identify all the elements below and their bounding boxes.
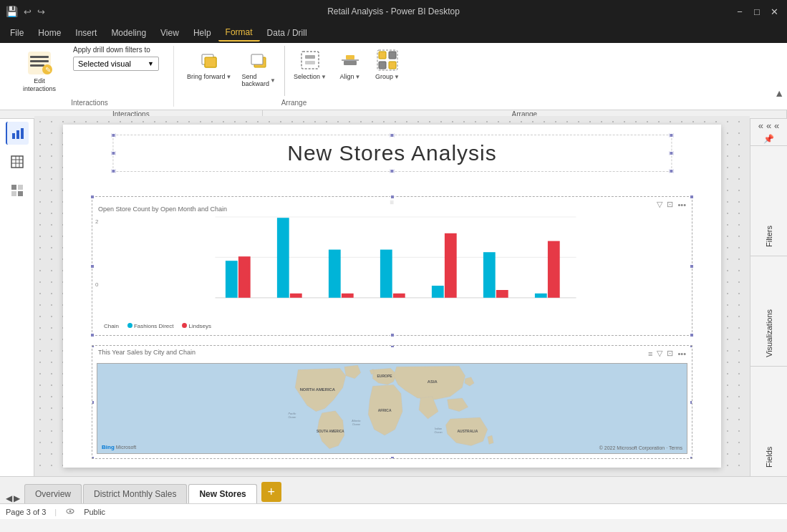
map-resize-tm[interactable]	[390, 345, 395, 348]
canvas-area[interactable]: New Stores Analysis ▽ ⊡ •••	[34, 116, 750, 476]
drag-handle[interactable]: ≡	[390, 198, 395, 206]
menu-insert[interactable]: Insert	[68, 25, 104, 41]
sidebar-bar-chart-icon[interactable]	[6, 122, 29, 145]
svg-rect-45	[432, 286, 444, 298]
map-resize-ml[interactable]	[92, 400, 95, 405]
menu-help[interactable]: Help	[186, 25, 218, 41]
svg-rect-22	[12, 133, 15, 139]
map-resize-bl[interactable]	[92, 456, 95, 459]
selection-icon	[299, 49, 322, 72]
minimize-button[interactable]: −	[733, 4, 747, 19]
bar-chart-visual[interactable]: ▽ ⊡ ••• ≡ Open Store Count by Open Month…	[92, 196, 692, 336]
resize-handle-bm[interactable]	[390, 169, 394, 173]
tab-new-stores[interactable]: New Stores	[188, 484, 256, 503]
ribbon-collapse-button[interactable]: ▲	[774, 87, 784, 99]
tab-district-monthly[interactable]: District Monthly Sales	[83, 484, 187, 503]
align-button[interactable]: Align ▼	[332, 46, 368, 83]
add-page-button[interactable]: +	[261, 482, 281, 502]
menu-format[interactable]: Format	[218, 24, 260, 42]
bar-chart-resize-tr[interactable]	[690, 195, 694, 199]
edit-interactions-label: Editinteractions	[23, 77, 56, 93]
save-icon[interactable]: 💾	[6, 6, 18, 17]
resize-handle-tr[interactable]	[669, 133, 673, 137]
resize-handle-bl[interactable]	[111, 169, 115, 173]
pin-icon[interactable]: 📌	[763, 134, 774, 144]
svg-point-72	[69, 510, 72, 512]
resize-handle-tl[interactable]	[111, 133, 115, 137]
resize-handle-br[interactable]	[669, 169, 673, 173]
collapse-all-icon[interactable]: «	[758, 120, 763, 131]
svg-rect-11	[301, 52, 319, 69]
prev-page-icon[interactable]: ◀	[6, 493, 12, 503]
map-filter-icon[interactable]: ▽	[657, 349, 662, 358]
map-resize-bm[interactable]	[390, 456, 395, 459]
sidebar-table-icon[interactable]	[6, 150, 29, 173]
tab-overview[interactable]: Overview	[24, 484, 82, 503]
svg-rect-32	[11, 191, 16, 196]
map-resize-br[interactable]	[690, 456, 692, 459]
svg-text:SOUTH AMERICA: SOUTH AMERICA	[317, 430, 344, 433]
right-panels: « « « 📌 Filters Visualizations Fields	[750, 116, 787, 476]
menu-data-drill[interactable]: Data / Drill	[260, 25, 314, 41]
bar-chart-resize-mr[interactable]	[690, 264, 694, 269]
close-button[interactable]: ✕	[767, 4, 781, 19]
map-visual[interactable]: ≡ ▽ ⊡ ••• This Year Sales by City and Ch…	[92, 345, 692, 459]
svg-text:NORTH AMERICA: NORTH AMERICA	[300, 387, 336, 392]
send-backward-label: Sendbackward	[241, 73, 269, 87]
maximize-button[interactable]: □	[750, 4, 764, 19]
group-button[interactable]: Group ▼	[370, 46, 405, 83]
collapse-viz-icon[interactable]: «	[766, 120, 771, 131]
svg-text:Pacific: Pacific	[288, 412, 296, 415]
svg-rect-48	[496, 290, 508, 298]
svg-rect-10	[251, 54, 263, 64]
send-backward-button[interactable]: Sendbackward ▼	[237, 46, 279, 90]
sidebar-matrix-icon[interactable]	[6, 179, 29, 202]
resize-handle-ml[interactable]	[111, 151, 115, 155]
svg-rect-39	[277, 218, 289, 298]
expand-icon[interactable]: ⊡	[667, 200, 673, 209]
collapse-fields-icon[interactable]: «	[774, 120, 779, 131]
resize-handle-tm[interactable]	[390, 133, 394, 137]
map-menu-icon[interactable]: ≡	[648, 349, 652, 358]
map-resize-tr[interactable]	[690, 345, 692, 348]
ribbon: ✎ Editinteractions Apply drill down filt…	[0, 43, 787, 116]
filters-panel-tab[interactable]: Filters	[750, 145, 787, 256]
bar-chart-resize-ml[interactable]	[90, 264, 95, 269]
legend-label: Chain	[104, 323, 119, 329]
fields-panel-tab[interactable]: Fields	[750, 366, 787, 476]
map-more-icon[interactable]: •••	[677, 349, 686, 358]
map-resize-tl[interactable]	[92, 345, 95, 348]
svg-rect-2	[30, 60, 49, 62]
svg-rect-30	[11, 185, 16, 190]
menu-home[interactable]: Home	[31, 25, 68, 41]
more-options-icon[interactable]: •••	[677, 200, 686, 209]
redo-button[interactable]: ↪	[37, 6, 45, 17]
bring-forward-button[interactable]: Bring forward ▼	[183, 46, 236, 83]
title-textbox[interactable]: New Stores Analysis	[112, 135, 672, 172]
tab-district-label: District Monthly Sales	[94, 489, 176, 499]
menu-modeling[interactable]: Modeling	[104, 25, 153, 41]
menu-file[interactable]: File	[3, 25, 31, 41]
svg-text:Atlantic: Atlantic	[351, 420, 360, 422]
resize-handle-mr[interactable]	[669, 151, 673, 155]
selection-button[interactable]: Selection ▼	[289, 46, 331, 83]
bar-chart-resize-bl[interactable]	[90, 333, 95, 337]
menu-view[interactable]: View	[153, 25, 186, 41]
filter-icon[interactable]: ▽	[657, 200, 662, 209]
selection-arrow: ▼	[321, 74, 327, 80]
undo-button[interactable]: ↩	[24, 6, 32, 17]
map-resize-mr[interactable]	[690, 400, 692, 405]
bar-chart-resize-tl[interactable]	[90, 195, 95, 199]
bar-chart-resize-br[interactable]	[690, 333, 694, 337]
next-page-icon[interactable]: ▶	[14, 493, 20, 503]
ribbon-interactions-section: ✎ Editinteractions Apply drill down filt…	[6, 46, 174, 107]
group-arrow: ▼	[394, 74, 400, 80]
map-expand-icon[interactable]: ⊡	[667, 349, 673, 358]
visualizations-panel-tab[interactable]: Visualizations	[750, 256, 787, 366]
edit-interactions-button[interactable]: ✎ Editinteractions	[14, 46, 64, 96]
title-bar-center: Retail Analysis - Power BI Desktop	[327, 6, 460, 16]
bar-chart-resize-bm[interactable]	[390, 333, 395, 337]
align-label: Align	[339, 73, 354, 80]
world-map-svg: NORTH AMERICA SOUTH AMERICA EUROPE AFRIC…	[97, 364, 687, 453]
drill-dropdown[interactable]: Selected visual ▼	[73, 57, 159, 71]
